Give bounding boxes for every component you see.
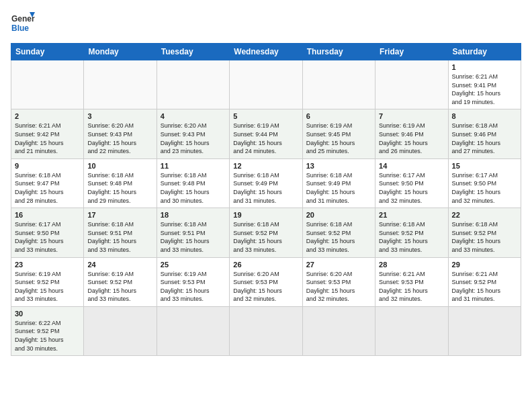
day-info: Sunrise: 6:18 AM Sunset: 9:52 PM Dayligh…: [452, 220, 517, 254]
calendar-day: [448, 306, 521, 355]
day-number: 26: [233, 261, 298, 269]
calendar-day: [84, 306, 157, 355]
day-info: Sunrise: 6:22 AM Sunset: 9:52 PM Dayligh…: [15, 319, 80, 353]
calendar-day: 28Sunrise: 6:21 AM Sunset: 9:53 PM Dayli…: [375, 257, 448, 306]
day-number: 17: [87, 211, 152, 219]
calendar-day: 3Sunrise: 6:20 AM Sunset: 9:43 PM Daylig…: [84, 109, 157, 158]
calendar-day: 23Sunrise: 6:19 AM Sunset: 9:52 PM Dayli…: [11, 257, 84, 306]
calendar-day: 25Sunrise: 6:19 AM Sunset: 9:53 PM Dayli…: [157, 257, 229, 306]
calendar-day: 24Sunrise: 6:19 AM Sunset: 9:52 PM Dayli…: [84, 257, 157, 306]
day-number: 2: [15, 112, 80, 120]
calendar-day: 26Sunrise: 6:20 AM Sunset: 9:53 PM Dayli…: [230, 257, 302, 306]
day-info: Sunrise: 6:19 AM Sunset: 9:52 PM Dayligh…: [15, 270, 80, 304]
calendar-header-row: SundayMondayTuesdayWednesdayThursdayFrid…: [11, 44, 521, 60]
day-number: 27: [306, 261, 371, 269]
day-number: 15: [452, 162, 517, 170]
calendar-day: [375, 306, 448, 355]
calendar-day: 17Sunrise: 6:18 AM Sunset: 9:51 PM Dayli…: [84, 208, 157, 257]
day-number: 25: [161, 261, 226, 269]
calendar-day: 16Sunrise: 6:17 AM Sunset: 9:50 PM Dayli…: [11, 208, 84, 257]
calendar-week-0: 1Sunrise: 6:21 AM Sunset: 9:41 PM Daylig…: [11, 60, 521, 109]
calendar-week-1: 2Sunrise: 6:21 AM Sunset: 9:42 PM Daylig…: [11, 109, 521, 158]
day-number: 6: [306, 112, 371, 120]
day-number: 30: [15, 310, 80, 318]
calendar-header-thursday: Thursday: [302, 44, 375, 60]
calendar-day: 30Sunrise: 6:22 AM Sunset: 9:52 PM Dayli…: [11, 306, 84, 355]
day-info: Sunrise: 6:18 AM Sunset: 9:46 PM Dayligh…: [452, 122, 517, 155]
day-number: 23: [15, 261, 80, 269]
day-info: Sunrise: 6:19 AM Sunset: 9:52 PM Dayligh…: [87, 270, 152, 304]
day-info: Sunrise: 6:18 AM Sunset: 9:52 PM Dayligh…: [379, 220, 444, 254]
calendar-day: 14Sunrise: 6:17 AM Sunset: 9:50 PM Dayli…: [375, 158, 448, 208]
day-info: Sunrise: 6:20 AM Sunset: 9:53 PM Dayligh…: [233, 270, 298, 304]
calendar-day: 19Sunrise: 6:18 AM Sunset: 9:52 PM Dayli…: [230, 208, 302, 257]
day-number: 24: [87, 261, 152, 269]
day-info: Sunrise: 6:20 AM Sunset: 9:53 PM Dayligh…: [306, 270, 371, 304]
day-info: Sunrise: 6:17 AM Sunset: 9:50 PM Dayligh…: [452, 171, 517, 205]
day-info: Sunrise: 6:20 AM Sunset: 9:43 PM Dayligh…: [161, 122, 226, 155]
day-number: 4: [161, 112, 226, 120]
calendar-day: 22Sunrise: 6:18 AM Sunset: 9:52 PM Dayli…: [448, 208, 521, 257]
day-number: 18: [161, 211, 226, 219]
svg-text:Blue: Blue: [11, 24, 29, 33]
calendar-header-saturday: Saturday: [448, 44, 521, 60]
day-info: Sunrise: 6:18 AM Sunset: 9:51 PM Dayligh…: [161, 220, 226, 254]
calendar-day: 10Sunrise: 6:18 AM Sunset: 9:48 PM Dayli…: [84, 158, 157, 208]
day-number: 19: [233, 211, 298, 219]
calendar-day: 11Sunrise: 6:18 AM Sunset: 9:48 PM Dayli…: [157, 158, 229, 208]
day-number: 29: [452, 261, 517, 269]
calendar-day: 20Sunrise: 6:18 AM Sunset: 9:52 PM Dayli…: [302, 208, 375, 257]
calendar-week-4: 23Sunrise: 6:19 AM Sunset: 9:52 PM Dayli…: [11, 257, 521, 306]
day-info: Sunrise: 6:18 AM Sunset: 9:52 PM Dayligh…: [306, 220, 371, 254]
day-info: Sunrise: 6:18 AM Sunset: 9:51 PM Dayligh…: [87, 220, 152, 254]
calendar-day: [302, 60, 375, 109]
day-info: Sunrise: 6:20 AM Sunset: 9:43 PM Dayligh…: [87, 122, 152, 155]
calendar-week-3: 16Sunrise: 6:17 AM Sunset: 9:50 PM Dayli…: [11, 208, 521, 257]
day-info: Sunrise: 6:19 AM Sunset: 9:46 PM Dayligh…: [379, 122, 444, 155]
calendar-day: [157, 60, 229, 109]
day-info: Sunrise: 6:21 AM Sunset: 9:41 PM Dayligh…: [452, 73, 517, 106]
calendar-header-sunday: Sunday: [11, 44, 84, 60]
calendar-day: 4Sunrise: 6:20 AM Sunset: 9:43 PM Daylig…: [157, 109, 229, 158]
calendar-day: 1Sunrise: 6:21 AM Sunset: 9:41 PM Daylig…: [448, 60, 521, 109]
day-info: Sunrise: 6:21 AM Sunset: 9:53 PM Dayligh…: [379, 270, 444, 304]
calendar-week-2: 9Sunrise: 6:18 AM Sunset: 9:47 PM Daylig…: [11, 158, 521, 208]
calendar-day: 2Sunrise: 6:21 AM Sunset: 9:42 PM Daylig…: [11, 109, 84, 158]
calendar-table: SundayMondayTuesdayWednesdayThursdayFrid…: [11, 43, 521, 356]
calendar-day: [302, 306, 375, 355]
calendar-day: [375, 60, 448, 109]
calendar-day: 8Sunrise: 6:18 AM Sunset: 9:46 PM Daylig…: [448, 109, 521, 158]
calendar-day: 18Sunrise: 6:18 AM Sunset: 9:51 PM Dayli…: [157, 208, 229, 257]
day-number: 20: [306, 211, 371, 219]
day-number: 9: [15, 162, 80, 170]
day-info: Sunrise: 6:18 AM Sunset: 9:52 PM Dayligh…: [233, 220, 298, 254]
day-info: Sunrise: 6:19 AM Sunset: 9:44 PM Dayligh…: [233, 122, 298, 155]
day-info: Sunrise: 6:21 AM Sunset: 9:42 PM Dayligh…: [15, 122, 80, 155]
day-info: Sunrise: 6:19 AM Sunset: 9:53 PM Dayligh…: [161, 270, 226, 304]
calendar-header-friday: Friday: [375, 44, 448, 60]
day-number: 8: [452, 112, 517, 120]
day-info: Sunrise: 6:18 AM Sunset: 9:47 PM Dayligh…: [15, 171, 80, 205]
day-info: Sunrise: 6:18 AM Sunset: 9:48 PM Dayligh…: [161, 171, 226, 205]
calendar-header-wednesday: Wednesday: [230, 44, 302, 60]
day-number: 21: [379, 211, 444, 219]
calendar-day: 7Sunrise: 6:19 AM Sunset: 9:46 PM Daylig…: [375, 109, 448, 158]
calendar-day: 13Sunrise: 6:18 AM Sunset: 9:49 PM Dayli…: [302, 158, 375, 208]
calendar-day: [11, 60, 84, 109]
day-info: Sunrise: 6:18 AM Sunset: 9:49 PM Dayligh…: [233, 171, 298, 205]
calendar-day: [84, 60, 157, 109]
calendar-week-5: 30Sunrise: 6:22 AM Sunset: 9:52 PM Dayli…: [11, 306, 521, 355]
calendar-day: 5Sunrise: 6:19 AM Sunset: 9:44 PM Daylig…: [230, 109, 302, 158]
calendar-day: [230, 60, 302, 109]
day-info: Sunrise: 6:19 AM Sunset: 9:45 PM Dayligh…: [306, 122, 371, 155]
day-number: 22: [452, 211, 517, 219]
day-info: Sunrise: 6:21 AM Sunset: 9:52 PM Dayligh…: [452, 270, 517, 304]
day-number: 13: [306, 162, 371, 170]
calendar-day: 29Sunrise: 6:21 AM Sunset: 9:52 PM Dayli…: [448, 257, 521, 306]
calendar-day: 27Sunrise: 6:20 AM Sunset: 9:53 PM Dayli…: [302, 257, 375, 306]
logo: General Blue: [11, 11, 35, 35]
calendar-day: [157, 306, 229, 355]
day-info: Sunrise: 6:17 AM Sunset: 9:50 PM Dayligh…: [379, 171, 444, 205]
calendar-header-tuesday: Tuesday: [157, 44, 229, 60]
calendar-day: 12Sunrise: 6:18 AM Sunset: 9:49 PM Dayli…: [230, 158, 302, 208]
